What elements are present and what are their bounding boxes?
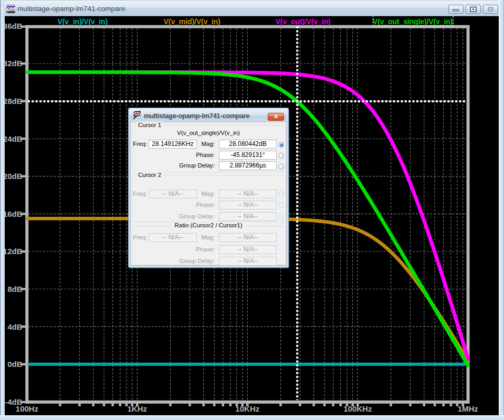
svg-text:12dB: 12dB	[3, 247, 23, 256]
svg-text:24dB: 24dB	[3, 134, 23, 143]
svg-text:V(v_out_single)/V(v_in): V(v_out_single)/V(v_in)	[373, 17, 453, 26]
svg-text:10KHz: 10KHz	[235, 404, 259, 413]
svg-text:V(v_out)/V(v_in): V(v_out)/V(v_in)	[276, 17, 331, 26]
svg-text:1KHz: 1KHz	[128, 404, 148, 413]
svg-text:16dB: 16dB	[3, 209, 23, 218]
svg-text:1MHz: 1MHz	[458, 404, 478, 413]
svg-text:28dB: 28dB	[3, 97, 23, 106]
svg-text:V(v_in)/V(v_in): V(v_in)/V(v_in)	[58, 17, 108, 26]
svg-text:100Hz: 100Hz	[16, 404, 38, 413]
svg-text:0dB: 0dB	[7, 360, 23, 369]
svg-text:V(v_mid)/V(v_in): V(v_mid)/V(v_in)	[164, 17, 220, 26]
svg-text:4dB: 4dB	[7, 322, 23, 331]
svg-text:36dB: 36dB	[3, 22, 23, 30]
svg-text:32dB: 32dB	[3, 59, 23, 68]
svg-text:8dB: 8dB	[7, 285, 23, 293]
svg-text:20dB: 20dB	[3, 172, 23, 181]
svg-text:100KHz: 100KHz	[343, 404, 372, 413]
